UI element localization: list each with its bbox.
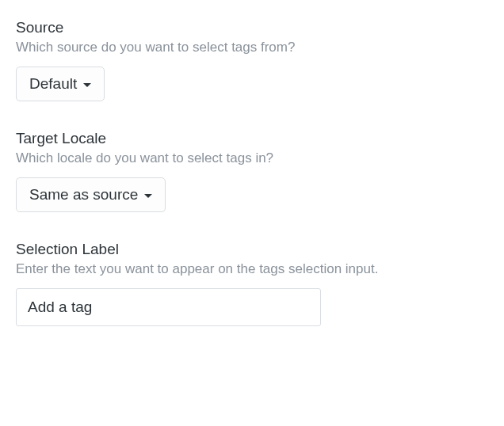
source-help: Which source do you want to select tags … (16, 40, 488, 55)
target-locale-help: Which locale do you want to select tags … (16, 150, 488, 166)
target-locale-label: Target Locale (16, 130, 488, 147)
target-locale-dropdown-value: Same as source (29, 186, 138, 203)
caret-down-icon (144, 194, 152, 198)
source-dropdown-value: Default (29, 75, 77, 93)
source-label: Source (16, 19, 488, 36)
selection-label-input[interactable] (16, 288, 321, 326)
source-field-group: Source Which source do you want to selec… (16, 19, 488, 101)
target-locale-dropdown[interactable]: Same as source (16, 177, 166, 212)
selection-label-field-group: Selection Label Enter the text you want … (16, 241, 488, 326)
selection-label-label: Selection Label (16, 241, 488, 258)
caret-down-icon (83, 83, 91, 87)
source-dropdown[interactable]: Default (16, 67, 105, 101)
selection-label-help: Enter the text you want to appear on the… (16, 261, 488, 277)
target-locale-field-group: Target Locale Which locale do you want t… (16, 130, 488, 212)
